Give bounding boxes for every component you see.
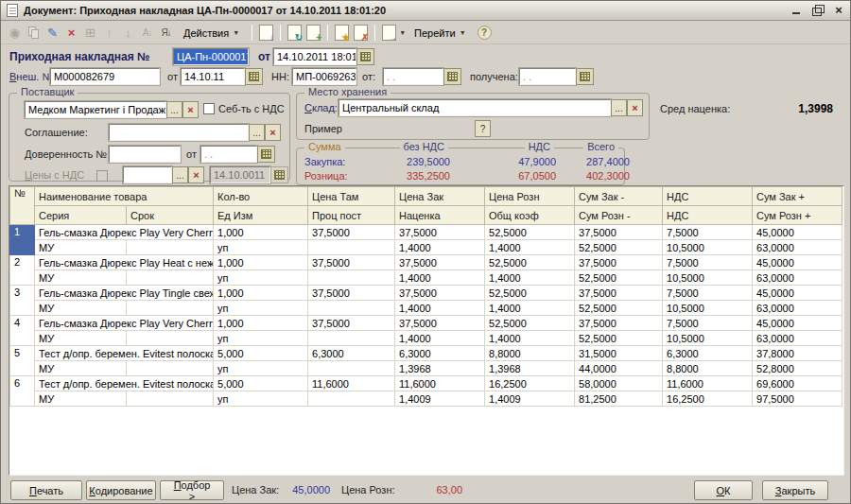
price-purchase-cell[interactable]: 37,5000 [395,316,485,331]
sum-purchase-plus-cell[interactable]: 45,0000 [753,316,842,331]
sum-retail-minus-cell[interactable]: 52,5000 [575,301,663,316]
sum-purchase-plus-cell[interactable]: 69,6000 [753,376,842,391]
series-cell[interactable]: МУ [35,270,127,286]
sum-retail-plus-cell[interactable]: 97,5000 [753,391,842,407]
vat-retail-cell[interactable]: 10,5000 [663,270,753,286]
warehouse-field[interactable]: Центральный склад [339,99,611,116]
sum-retail-minus-cell[interactable]: 81,2500 [575,391,663,407]
doc-number-field[interactable]: ЦА-Пн-0000017 [173,48,249,65]
sort-desc-icon[interactable]: Я↓ [157,24,175,42]
total-coef-cell[interactable]: 1,4000 [485,240,575,255]
close-button[interactable]: Закрыть [762,480,828,500]
markup-cell[interactable]: 1,4009 [395,391,485,407]
price-there-cell[interactable]: 6,3000 [308,346,395,361]
series-cell[interactable]: МУ [35,331,127,346]
expiry-cell[interactable] [127,270,214,286]
row-number-cell[interactable]: 1 [10,225,35,255]
warehouse-browse-button[interactable]: ... [611,99,627,116]
price-retail-cell[interactable]: 52,5000 [485,225,575,240]
vat-retail-cell[interactable]: 10,5000 [663,240,753,255]
print-button[interactable]: Печать [10,480,82,500]
unit-cell[interactable]: уп [214,331,308,346]
nn-date-calendar-button[interactable] [443,68,461,85]
markup-cell[interactable]: 1,4000 [395,270,485,286]
agreement-browse-button[interactable]: ... [249,124,265,141]
supplier-pct-cell[interactable] [308,301,395,316]
sum-retail-plus-cell[interactable]: 63,0000 [753,301,842,316]
vat-retail-cell[interactable]: 10,5000 [663,331,753,346]
markup-cell[interactable]: 1,4000 [395,301,485,316]
product-name-cell[interactable]: Тест д/опр. беремен. Evitest полоска ... [35,376,214,391]
qty-cell[interactable]: 1,000 [214,255,308,270]
total-coef-cell[interactable]: 1,4000 [485,270,575,286]
ext-number-field[interactable]: М000082679 [50,68,160,85]
sum-purchase-plus-cell[interactable]: 45,0000 [753,286,842,301]
supplier-pct-cell[interactable] [308,270,395,286]
expiry-cell[interactable] [127,391,214,407]
price-retail-cell[interactable]: 52,5000 [485,286,575,301]
supplier-browse-button[interactable]: ... [166,101,182,118]
sum-retail-plus-cell[interactable]: 63,0000 [753,270,842,286]
received-date-calendar-button[interactable] [576,68,594,85]
row-number-cell[interactable]: 3 [10,286,35,316]
podbor-button[interactable]: Подбор > [160,480,224,500]
post-doc-icon[interactable]: ★ [335,25,349,41]
supplier-clear-button[interactable]: × [182,101,199,118]
unit-cell[interactable]: уп [214,391,308,407]
sum-purchase-plus-cell[interactable]: 45,0000 [753,255,842,270]
sum-purchase-minus-cell[interactable]: 37,5000 [575,225,663,240]
proxy-date-calendar-button[interactable] [257,146,275,163]
sum-purchase-plus-cell[interactable]: 37,8000 [753,346,842,361]
cost-with-vat-checkbox[interactable] [203,103,215,114]
proxy-date-field[interactable]: . . [200,146,257,163]
price-there-cell[interactable]: 37,5000 [308,225,395,240]
row-number-cell[interactable]: 5 [10,346,35,376]
supplier-pct-cell[interactable] [308,391,395,407]
coding-button[interactable]: Кодирование [86,480,156,500]
sum-retail-minus-cell[interactable]: 52,5000 [575,240,663,255]
qty-cell[interactable]: 1,000 [214,286,308,301]
product-name-cell[interactable]: Гель-смазка Дюрекс Play Very Cherry ... [35,225,214,240]
supplier-pct-cell[interactable] [308,240,395,255]
nn-number-field[interactable]: МП-0069263 [292,68,356,85]
price-retail-cell[interactable]: 8,8000 [485,346,575,361]
related-docs-icon[interactable]: → [382,25,396,41]
doc-date-calendar-button[interactable] [356,48,374,65]
sum-purchase-minus-cell[interactable]: 58,0000 [575,376,663,391]
sum-retail-plus-cell[interactable]: 52,8000 [753,361,842,376]
expiry-cell[interactable] [127,331,214,346]
price-there-cell[interactable]: 11,6000 [308,376,395,391]
qty-cell[interactable]: 5,000 [214,346,308,361]
sum-retail-plus-cell[interactable]: 63,0000 [753,240,842,255]
agreement-clear-button[interactable]: × [265,124,281,141]
price-there-cell[interactable]: 37,5000 [308,316,395,331]
agreement-field[interactable] [109,124,249,141]
row-number-cell[interactable]: 2 [10,255,35,286]
vat-purchase-cell[interactable]: 7,5000 [663,225,753,240]
vat-purchase-cell[interactable]: 11,6000 [663,376,753,391]
minimize-icon[interactable] [791,5,803,16]
price-purchase-cell[interactable]: 37,5000 [395,255,485,270]
price-purchase-cell[interactable]: 6,3000 [395,346,485,361]
ext-date-field[interactable]: 14.10.11 [181,68,245,85]
nn-date-field[interactable]: . . [383,68,443,85]
qty-cell[interactable]: 5,000 [214,376,308,391]
edit-icon[interactable]: ✎ [43,24,61,42]
vat-purchase-cell[interactable]: 7,5000 [663,316,753,331]
goto-button[interactable]: Перейти ▼ [407,24,474,43]
qty-cell[interactable]: 1,000 [214,225,308,240]
price-type-field[interactable] [123,166,172,183]
markup-cell[interactable]: 1,4000 [395,240,485,255]
actions-button[interactable]: Действия ▼ [176,24,247,43]
price-purchase-cell[interactable]: 11,6000 [395,376,485,391]
warehouse-clear-button[interactable]: × [627,99,643,116]
markup-cell[interactable]: 1,4000 [395,331,485,346]
series-cell[interactable]: МУ [35,240,127,255]
product-name-cell[interactable]: Гель-смазка Дюрекс Play Tingle свеж... [35,286,214,301]
sum-purchase-minus-cell[interactable]: 37,5000 [575,286,663,301]
restore-icon[interactable] [812,5,824,16]
qty-cell[interactable]: 1,000 [214,316,308,331]
delete-icon[interactable]: × [62,24,80,42]
unpost-doc-icon[interactable]: ✗ [354,25,368,41]
total-coef-cell[interactable]: 1,4000 [485,301,575,316]
